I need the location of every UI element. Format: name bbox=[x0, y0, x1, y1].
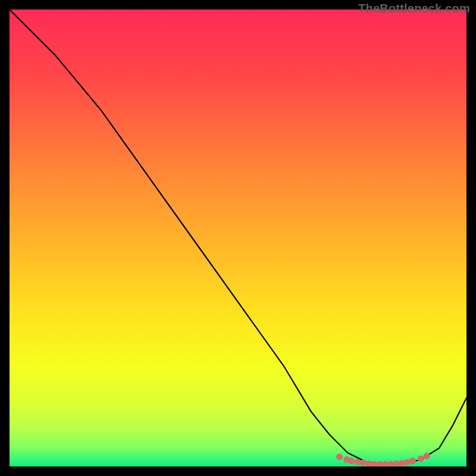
marker-point bbox=[360, 459, 367, 466]
marker-point bbox=[418, 455, 424, 462]
marker-point bbox=[348, 458, 355, 464]
marker-point bbox=[404, 459, 411, 466]
marker-point bbox=[336, 453, 343, 460]
chart-background bbox=[10, 10, 466, 466]
marker-point bbox=[424, 453, 430, 459]
marker-point bbox=[398, 460, 405, 466]
marker-point bbox=[355, 459, 361, 465]
marker-point bbox=[409, 458, 416, 464]
chart-area bbox=[10, 10, 466, 466]
chart-svg bbox=[10, 10, 466, 466]
